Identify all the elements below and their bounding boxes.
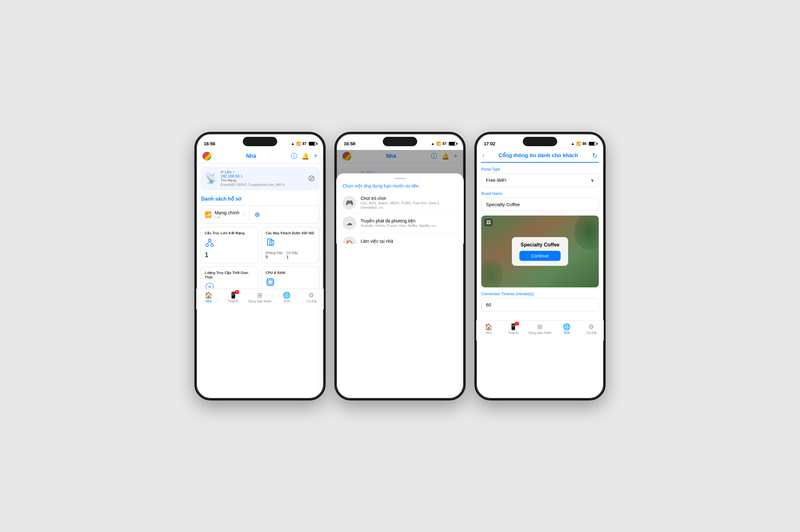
svg-point-1 bbox=[206, 244, 208, 246]
app-option-gaming[interactable]: 🎮 Chơi trò chơi LOL, AOV, Switch, XBOX, … bbox=[342, 193, 458, 213]
phone-1: 16:56 ▲ 📶 87 Nhà ⓘ 🔔 + 📡 bbox=[194, 132, 325, 400]
battery-icon-1 bbox=[309, 142, 316, 146]
dynamic-island-2 bbox=[383, 137, 417, 146]
tab-device-icon-3: 📱7 bbox=[509, 323, 517, 330]
realtime-title-1: Lượng Truy Cập Thời Gian Thực bbox=[205, 270, 254, 280]
signal-icon-3: ▲ bbox=[571, 141, 575, 146]
tab-settings-1[interactable]: ⚙ Cài Đặt bbox=[302, 291, 321, 303]
screen-3: ‹ Cổng thông tin dành cho khách ↻ Portal… bbox=[476, 150, 604, 341]
battery-fill-1 bbox=[309, 142, 315, 145]
tab-device-1[interactable]: 📱7 Thiết Bị bbox=[224, 291, 242, 303]
wfh-name: Làm việc tại nhà bbox=[360, 239, 418, 244]
status-icons-1: ▲ 📶 87 bbox=[291, 141, 316, 146]
tab-sdn-3[interactable]: 🌐 SDN bbox=[557, 323, 576, 335]
tab-dashboard-3[interactable]: ⊞ Bảng điều khiển bbox=[528, 323, 551, 335]
wireless-value-1: 5 bbox=[266, 254, 282, 259]
gaming-desc: LOL, AOV, Switch, XBOX, PUBG, Free Fire,… bbox=[360, 201, 458, 210]
nav-title-3: Cổng thông tin dành cho khách bbox=[484, 152, 592, 159]
tab-sdn-1[interactable]: 🌐 SDN bbox=[277, 291, 296, 303]
topology-title-1: Cấu Trúc Liên Kết Mạng bbox=[205, 231, 254, 235]
google-logo-1[interactable] bbox=[203, 152, 211, 160]
chevron-down-icon-3: ∨ bbox=[591, 177, 594, 183]
battery-tip-2 bbox=[457, 143, 458, 145]
clients-title-1: Các Máy Khách Được Kết Nối bbox=[266, 231, 315, 235]
refresh-icon-3[interactable]: ↻ bbox=[592, 152, 597, 159]
tab-home-1[interactable]: 🏠 Nhà bbox=[199, 291, 218, 303]
streaming-text: Truyền phát đa phương tiện Youtube, Vime… bbox=[360, 218, 436, 228]
speedometer-1: ⊘ bbox=[308, 173, 315, 183]
battery-icon-2 bbox=[449, 142, 456, 146]
wireless-label-1: Không Dây bbox=[266, 251, 282, 254]
streaming-desc: Youtube, Vimeo, iTunes, Hulu, Netflix, S… bbox=[360, 223, 436, 228]
gaming-icon: 🎮 bbox=[342, 196, 356, 210]
wifi-icon-2: 📶 bbox=[436, 141, 441, 146]
tab-home-label-1: Nhà bbox=[206, 300, 211, 303]
portal-preview-3: 🖼 Specialty Coffee Continue bbox=[481, 215, 599, 287]
app-option-wfh[interactable]: 🏠 Làm việc tại nhà VoIP, nhắn tin tức th… bbox=[342, 233, 458, 243]
wired-label-1: Có Dây bbox=[286, 251, 298, 254]
nav-bar-3: ‹ Cổng thông tin dành cho khách ↻ bbox=[476, 150, 604, 162]
tab-device-icon-1: 📱7 bbox=[229, 291, 237, 299]
info-icon-1[interactable]: ⓘ bbox=[291, 152, 297, 160]
ip-value-1: 192.168.50.1 bbox=[221, 174, 305, 178]
phone-2: 16:58 ▲ 📶 87 Nhà ⓘ 🔔 + 📡 bbox=[334, 132, 466, 400]
tab-bar-3: 🏠 Nhà 📱7 Thiết Bị ⊞ Bảng điều khiển 🌐 SD… bbox=[476, 320, 604, 341]
modal-title-2: Chọn một ứng dụng bạn muốn ưu tiên. bbox=[342, 183, 458, 188]
preview-title-3: Specialty Coffee bbox=[519, 242, 561, 248]
battery-tip-1 bbox=[317, 143, 317, 145]
screen-1: Nhà ⓘ 🔔 + 📡 IP LAN » 192.168.50.1 Tên Mạ… bbox=[196, 150, 324, 309]
preview-continue-button-3[interactable]: Continue bbox=[519, 251, 561, 261]
tab-sdn-icon-3: 🌐 bbox=[563, 323, 571, 330]
time-1: 16:56 bbox=[204, 141, 215, 146]
tab-settings-3[interactable]: ⚙ Cài Đặt bbox=[582, 323, 601, 335]
section-label-1: Danh sách hồ sơ bbox=[196, 193, 324, 204]
tab-badge-3: 7 bbox=[515, 322, 519, 325]
app-option-streaming[interactable]: ☁ Truyền phát đa phương tiện Youtube, Vi… bbox=[342, 213, 458, 233]
wifi-profile-icon-1: 📶 bbox=[205, 211, 211, 218]
tab-sdn-icon-1: 🌐 bbox=[283, 291, 291, 299]
tab-home-icon-1: 🏠 bbox=[205, 291, 212, 299]
tab-settings-label-3: Cài Đặt bbox=[586, 331, 597, 335]
router-icon-1: 📡 bbox=[205, 172, 218, 184]
modal-sheet-2: Chọn một ứng dụng bạn muốn ưu tiên. 🎮 Ch… bbox=[336, 173, 464, 244]
battery-3: 86 bbox=[582, 141, 587, 146]
nav-icons-1: ⓘ 🔔 + bbox=[291, 152, 317, 160]
topology-icon-1 bbox=[205, 238, 254, 250]
portal-type-select-3[interactable]: Free WiFi ∨ bbox=[481, 173, 599, 187]
add-profile-1[interactable]: ⊕ bbox=[254, 211, 260, 219]
image-placeholder-icon-3: 🖼 bbox=[484, 219, 492, 226]
router-info-1: IP LAN » 192.168.50.1 Tên Mạng ExpertWiF… bbox=[221, 170, 305, 187]
status-icons-3: ▲ 📶 86 bbox=[571, 141, 596, 146]
tab-device-label-1: Thiết Bị bbox=[228, 300, 239, 303]
gaming-name: Chơi trò chơi bbox=[360, 196, 458, 201]
name-label-1: Tên Mạng bbox=[221, 178, 236, 183]
tab-home-3[interactable]: 🏠 Nhà bbox=[479, 323, 498, 335]
brand-name-input-3[interactable]: Specialty Coffee bbox=[481, 198, 599, 211]
tab-bar-1: 🏠 Nhà 📱7 Thiết Bị ⊞ Bảng điều khiển 🌐 SD… bbox=[196, 289, 324, 309]
portal-content-3: Portal Type Free WiFi ∨ Brand Name Speci… bbox=[476, 163, 604, 341]
wired-value-1: 1 bbox=[286, 254, 298, 259]
tab-device-3[interactable]: 📱7 Thiết Bị bbox=[504, 323, 522, 335]
tab-dashboard-1[interactable]: ⊞ Bảng điều khiển bbox=[248, 291, 271, 303]
add-icon-1[interactable]: + bbox=[314, 152, 317, 159]
router-card-1: 📡 IP LAN » 192.168.50.1 Tên Mạng ExpertW… bbox=[201, 167, 319, 190]
tab-sdn-label-3: SDN bbox=[563, 331, 570, 335]
bell-icon-1[interactable]: 🔔 bbox=[301, 152, 309, 160]
divider-1 bbox=[249, 209, 249, 220]
streaming-icon: ☁ bbox=[342, 216, 356, 230]
clients-card-1: Các Máy Khách Được Kết Nối Không Dây 5 C… bbox=[262, 227, 319, 263]
main-network-1[interactable]: 📶 Mạng chính □ 6 › ⊕ bbox=[201, 206, 319, 224]
dynamic-island-3 bbox=[523, 137, 557, 146]
timeout-input-3[interactable]: 60 bbox=[481, 298, 599, 311]
svg-rect-9 bbox=[267, 279, 274, 285]
tab-settings-label-1: Cài Đặt bbox=[306, 300, 317, 303]
ip-label-1: IP LAN bbox=[221, 170, 231, 174]
gaming-text: Chơi trò chơi LOL, AOV, Switch, XBOX, PU… bbox=[360, 196, 458, 210]
battery-fill-2 bbox=[449, 142, 455, 145]
time-2: 16:58 bbox=[344, 141, 355, 146]
tab-settings-icon-3: ⚙ bbox=[589, 323, 594, 330]
signal-icon-2: ▲ bbox=[431, 141, 435, 146]
tab-dashboard-label-3: Bảng điều khiển bbox=[528, 331, 551, 335]
svg-point-8 bbox=[208, 286, 211, 288]
tab-home-label-3: Nhà bbox=[486, 331, 491, 335]
